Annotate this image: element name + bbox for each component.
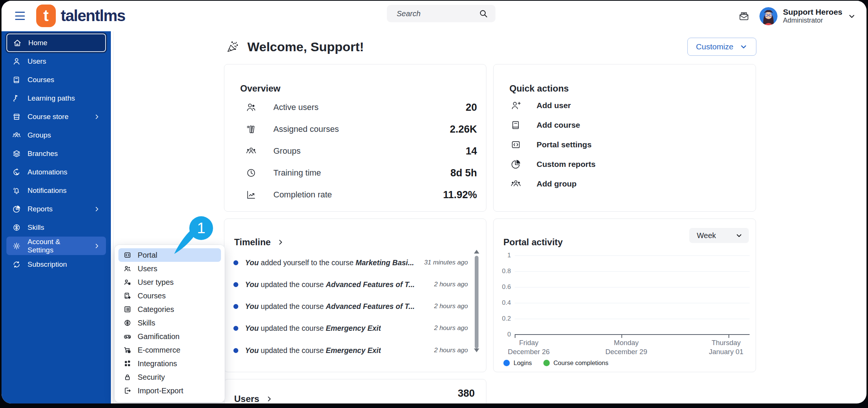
sidebar-item-skills[interactable]: Skills <box>6 218 106 237</box>
active-users-icon <box>245 102 257 113</box>
topbar: t talentlms Search <box>2 1 866 31</box>
import-export-icon <box>123 387 132 395</box>
x-axis <box>515 334 750 335</box>
sidebar-item-learning-paths[interactable]: Learning paths <box>6 89 106 107</box>
customize-label: Customize <box>696 42 733 51</box>
stat-label: Active users <box>273 102 319 112</box>
submenu-item-user-types[interactable]: User types <box>118 275 221 289</box>
submenu-item-categories[interactable]: Categories <box>118 303 221 316</box>
chevron-down-icon <box>848 12 856 20</box>
stat-active-users: Active users 20 <box>245 100 477 115</box>
scroll-down-arrow[interactable] <box>474 348 479 352</box>
sidebar-label: Groups <box>28 131 51 139</box>
x-label: MondayDecember 29 <box>592 338 660 356</box>
submenu-item-security[interactable]: Security <box>118 370 221 384</box>
event-dot <box>233 304 238 309</box>
account-settings-submenu: Portal Users User types Courses Categori… <box>115 245 225 402</box>
stat-value: 8d 5h <box>450 167 477 179</box>
sidebar-label: Reports <box>28 205 53 213</box>
submenu-item-users[interactable]: Users <box>118 262 221 275</box>
avatar <box>759 7 778 25</box>
hamburger-menu-icon[interactable] <box>15 12 25 20</box>
users-card: Users 380 <box>224 379 486 403</box>
stat-value: 20 <box>466 102 477 113</box>
stat-groups: Groups 14 <box>245 144 477 159</box>
timeline-event[interactable]: You updated the course Emergency Exit 2 … <box>233 344 468 356</box>
search-placeholder: Search <box>397 9 479 18</box>
chevron-right-icon <box>94 243 100 249</box>
submenu-item-ecommerce[interactable]: E-commerce <box>118 343 221 357</box>
legend-course-completions: Course completions <box>543 359 609 367</box>
sidebar-label: Courses <box>28 76 54 84</box>
quick-actions-card: Quick actions Add user Add course Portal… <box>493 64 756 212</box>
layers-icon <box>12 149 21 158</box>
event-time: 31 minutes ago <box>419 259 468 266</box>
event-time: 2 hours ago <box>429 347 468 354</box>
sidebar-label: Users <box>28 57 46 66</box>
legend-logins: Logins <box>503 359 532 367</box>
event-text: You added yourself to the course Marketi… <box>245 258 414 267</box>
quick-action-add-course[interactable]: Add course <box>510 118 580 133</box>
timeline-event[interactable]: You updated the course Advanced Features… <box>233 300 468 312</box>
submenu-item-integrations[interactable]: Integrations <box>118 357 221 370</box>
event-text: You updated the course Advanced Features… <box>245 280 415 289</box>
sidebar-item-subscription[interactable]: Subscription <box>6 255 106 274</box>
clock-icon <box>245 167 257 179</box>
timeline-event[interactable]: You updated the course Advanced Features… <box>233 278 468 290</box>
timeline-scrollbar[interactable] <box>474 250 479 361</box>
y-tick: 0.6 <box>497 283 511 291</box>
sidebar-item-groups[interactable]: Groups <box>6 126 106 144</box>
search-input[interactable]: Search <box>387 5 495 22</box>
submenu-label: User types <box>138 278 174 287</box>
logo-text: talentlms <box>61 7 125 25</box>
customize-button[interactable]: Customize <box>687 38 756 56</box>
period-select[interactable]: Week <box>689 228 749 243</box>
submenu-item-gamification[interactable]: Gamification <box>118 330 221 343</box>
puzzle-icon <box>123 359 132 368</box>
pie-chart-icon <box>510 159 521 170</box>
brain-icon <box>12 223 21 232</box>
topbar-right: Support Heroes Administrator <box>738 1 856 31</box>
chevron-down-icon <box>739 43 748 51</box>
event-dot <box>233 282 238 287</box>
submenu-label: Courses <box>138 292 166 300</box>
sidebar-item-notifications[interactable]: Notifications <box>6 181 106 200</box>
sidebar-item-course-store[interactable]: Course store <box>6 107 106 126</box>
code-square-icon <box>510 139 521 150</box>
quick-action-portal-settings[interactable]: Portal settings <box>510 137 592 152</box>
sidebar-item-branches[interactable]: Branches <box>6 144 106 163</box>
scroll-up-arrow[interactable] <box>474 250 479 254</box>
lock-icon <box>123 373 132 381</box>
quick-action-add-user[interactable]: Add user <box>510 98 571 113</box>
sidebar-label: Automations <box>28 168 67 176</box>
book-icon <box>510 119 521 131</box>
quick-action-add-group[interactable]: Add group <box>510 176 577 191</box>
talentlms-logo[interactable]: t talentlms <box>36 5 125 27</box>
event-time: 2 hours ago <box>429 303 468 310</box>
stat-label: Assigned courses <box>273 124 339 134</box>
user-menu[interactable]: Support Heroes Administrator <box>759 7 856 25</box>
stat-value: 11.92% <box>443 189 477 201</box>
event-text: You updated the course Emergency Exit <box>245 346 381 355</box>
scrollbar-thumb[interactable] <box>475 256 478 348</box>
messages-icon[interactable] <box>738 11 750 22</box>
sidebar-item-automations[interactable]: Automations <box>6 163 106 181</box>
sidebar-label: Subscription <box>28 260 67 269</box>
submenu-item-import-export[interactable]: Import-Export <box>118 384 221 397</box>
sidebar-item-home[interactable]: Home <box>6 34 106 52</box>
sidebar-item-reports[interactable]: Reports <box>6 200 106 218</box>
timeline-event[interactable]: You updated the course Emergency Exit 2 … <box>233 322 468 334</box>
sidebar-item-account-settings[interactable]: Account & Settings <box>6 237 106 255</box>
users-count: 380 <box>458 388 475 399</box>
overview-title: Overview <box>240 83 281 94</box>
submenu-item-courses[interactable]: Courses <box>118 289 221 303</box>
quick-action-custom-reports[interactable]: Custom reports <box>510 157 595 172</box>
submenu-item-skills[interactable]: Skills <box>118 316 221 330</box>
timeline-title-link[interactable]: Timeline <box>234 229 284 255</box>
timeline-event[interactable]: You added yourself to the course Marketi… <box>233 257 468 269</box>
two-users-icon <box>123 264 132 273</box>
sidebar-item-courses[interactable]: Courses <box>6 70 106 89</box>
users-title-link[interactable]: Users <box>234 386 273 403</box>
sidebar-item-users[interactable]: Users <box>6 52 106 70</box>
user-tag-icon <box>123 278 132 286</box>
